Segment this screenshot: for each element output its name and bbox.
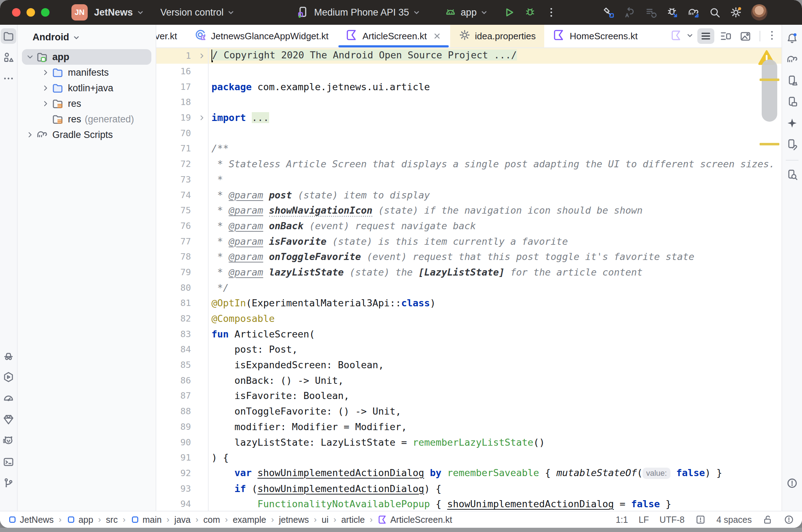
code-line-81[interactable]: 81@OptIn(ExperimentalMaterial3Api::class… [156, 295, 781, 311]
hidden-tabs-dropdown[interactable] [685, 31, 695, 41]
code-line-76[interactable]: 76 * @param onBack (event) request navig… [156, 218, 781, 234]
search-everywhere-button[interactable] [709, 6, 721, 18]
project-tool-button[interactable] [1, 28, 16, 44]
app-inspection-button[interactable] [784, 167, 800, 183]
code-line-71[interactable]: 71/** [156, 141, 781, 156]
chevron-down-icon[interactable] [136, 8, 145, 17]
code-line-93[interactable]: 93 if (showUnimplementedActionDialog) { [156, 481, 781, 496]
code-line-85[interactable]: 85 isExpandedScreen: Boolean, [156, 357, 781, 373]
breadcrumb-item-example[interactable]: example [233, 515, 266, 525]
code-line-75[interactable]: 75 * @param showNavigationIcon (state) i… [156, 203, 781, 218]
minimize-window-button[interactable] [27, 8, 35, 17]
code-line-94[interactable]: 94 FunctionalityNotAvailablePopup { show… [156, 496, 781, 511]
gradle-sync-button[interactable] [687, 6, 699, 18]
code-line-79[interactable]: 79 * @param lazyListState (state) the [L… [156, 265, 781, 280]
line-separator-widget[interactable]: LF [639, 515, 649, 525]
breadcrumb-item-main[interactable]: main [130, 515, 162, 525]
chevron-down-icon[interactable] [24, 53, 36, 61]
code-line-84[interactable]: 84 post: Post, [156, 342, 781, 357]
code-line-18[interactable]: 18 [156, 94, 781, 110]
chevron-right-icon[interactable] [40, 68, 52, 77]
project-widget[interactable]: JetNews [94, 7, 133, 18]
code-line-80[interactable]: 80 */ [156, 280, 781, 295]
editor-tab-articlescreen-kt[interactable]: ArticleScreen.kt [337, 25, 450, 47]
editor-tab-idea-properties[interactable]: idea.properties [450, 25, 544, 47]
app-quality-insights-button[interactable] [1, 348, 16, 364]
code-line-74[interactable]: 74 * @param post (state) item to display [156, 187, 781, 203]
editor-tab-receiver-kt[interactable]: Receiver.kt [156, 25, 186, 47]
device-manager-button[interactable] [784, 73, 800, 88]
breadcrumb-item-com[interactable]: com [203, 515, 220, 525]
version-control-tool-button[interactable] [1, 475, 16, 491]
user-avatar[interactable] [751, 4, 767, 21]
code-line-16[interactable]: 16 [156, 64, 781, 79]
problems-status-icon[interactable] [784, 514, 794, 525]
code-line-77[interactable]: 77 * @param isFavorite (state) is this i… [156, 233, 781, 249]
chevron-down-icon[interactable] [480, 8, 489, 17]
more-tool-windows-button[interactable] [1, 71, 16, 86]
code-line-83[interactable]: 83fun ArticleScreen( [156, 326, 781, 342]
code-line-19[interactable]: 19import ... [156, 110, 781, 126]
running-devices-button[interactable] [784, 94, 800, 110]
code-line-87[interactable]: 87 isFavorite: Boolean, [156, 388, 781, 404]
device-icon[interactable] [296, 6, 309, 19]
gemini-button[interactable] [784, 115, 800, 131]
project-view-selector[interactable]: Android [18, 25, 156, 48]
profiler-button[interactable] [1, 391, 16, 406]
chevron-right-icon[interactable] [40, 84, 52, 92]
attach-debugger-button[interactable] [666, 6, 678, 18]
tree-item-res[interactable]: res [22, 96, 151, 111]
zoom-window-button[interactable] [41, 8, 50, 17]
highlight-level-icon[interactable] [695, 514, 706, 525]
build-variants-button[interactable] [645, 6, 657, 18]
editor-options-kebab-icon[interactable] [766, 29, 778, 43]
tree-item-manifests[interactable]: manifests [22, 65, 151, 80]
notifications-button[interactable] [784, 30, 800, 46]
breadcrumb-item-app[interactable]: app [66, 515, 93, 525]
breadcrumb-item-src[interactable]: src [106, 515, 118, 525]
services-button[interactable] [1, 369, 16, 385]
folded-region[interactable]: ... [252, 112, 269, 123]
breadcrumb-item-java[interactable]: java [174, 515, 191, 525]
close-window-button[interactable] [12, 8, 21, 17]
code-line-70[interactable]: 70 [156, 125, 781, 141]
device-selector[interactable]: Medium Phone API 35 [314, 7, 409, 18]
code-line-91[interactable]: 91) { [156, 450, 781, 466]
code-line-72[interactable]: 72 * Stateless Article Screen that displ… [156, 156, 781, 172]
fold-arrow-icon[interactable] [196, 52, 208, 60]
app-insights-gem-button[interactable] [1, 412, 16, 427]
code-line-88[interactable]: 88 onToggleFavorite: () -> Unit, [156, 404, 781, 419]
settings-button[interactable] [730, 6, 742, 18]
code-line-1[interactable]: 1/ Copyright 2020 The Android Open Sourc… [156, 48, 781, 64]
breadcrumb-item-articlescreen-kt[interactable]: ArticleScreen.kt [378, 515, 452, 525]
chevron-down-icon[interactable] [226, 8, 236, 17]
terminal-button[interactable] [1, 454, 16, 470]
device-file-explorer-button[interactable] [784, 137, 800, 152]
code-view-button[interactable] [697, 28, 714, 44]
code-line-90[interactable]: 90 lazyListState: LazyListState = rememb… [156, 434, 781, 450]
code-editor[interactable]: 1/ Copyright 2020 The Android Open Sourc… [156, 48, 781, 511]
indent-widget[interactable]: 4 spaces [716, 515, 752, 525]
code-line-82[interactable]: 82@Composable [156, 311, 781, 326]
encoding-widget[interactable]: UTF-8 [659, 515, 685, 525]
problems-button[interactable] [784, 475, 800, 491]
chevron-right-icon[interactable] [40, 99, 52, 108]
breadcrumb-item-article[interactable]: article [341, 515, 365, 525]
design-view-button[interactable] [737, 28, 754, 44]
breadcrumb-item-jetnews[interactable]: JetNews [8, 515, 54, 525]
editor-tab-jetnewsglanceappwidget-kt[interactable]: JetnewsGlanceAppWidget.kt [186, 25, 337, 47]
code-line-89[interactable]: 89 modifier: Modifier = Modifier, [156, 419, 781, 435]
more-actions-kebab-icon[interactable] [545, 6, 557, 18]
code-line-17[interactable]: 17package com.example.jetnews.ui.article [156, 79, 781, 94]
code-line-86[interactable]: 86 onBack: () -> Unit, [156, 372, 781, 388]
chevron-down-icon[interactable] [412, 8, 421, 17]
code-line-78[interactable]: 78 * @param onToggleFavorite (event) req… [156, 249, 781, 265]
tree-item-app[interactable]: app [22, 49, 151, 65]
split-view-button[interactable] [717, 28, 734, 44]
run-button[interactable] [503, 6, 515, 18]
rerun-tests-button[interactable] [624, 6, 636, 18]
breadcrumb-item-ui[interactable]: ui [321, 515, 328, 525]
code-line-73[interactable]: 73 * [156, 172, 781, 187]
tree-item-res[interactable]: res(generated) [22, 111, 151, 127]
lock-open-icon[interactable] [762, 514, 773, 525]
